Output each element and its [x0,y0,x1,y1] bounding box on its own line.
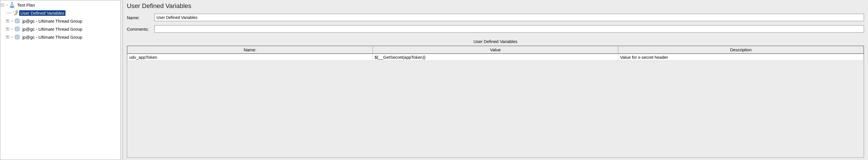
cell-description[interactable]: Value for x-secret header [618,54,864,61]
svg-line-31 [15,38,16,39]
flask-icon [9,2,15,8]
tools-icon [12,10,18,16]
variables-table-wrap: Name: Value Description udv_appToken ${_… [127,45,864,158]
gear-icon [14,34,20,40]
tree-connector: ⋯ [11,34,13,39]
tree-toggle[interactable]: + [6,28,9,31]
name-row: Name: [127,14,864,21]
table-header-row: Name: Value Description [127,46,864,54]
svg-line-9 [15,19,16,20]
col-value[interactable]: Value [373,46,618,54]
svg-line-20 [19,30,20,31]
table-empty-area[interactable] [127,61,864,135]
cell-name[interactable]: udv_appToken [127,54,373,61]
gear-icon [14,18,20,24]
panel-title: User Defined Variables [127,2,864,10]
svg-line-11 [15,22,16,23]
tree-connector: ⋯ [6,2,8,7]
tree-toggle[interactable]: + [6,36,9,39]
svg-line-19 [15,27,16,28]
tree-node-thread-2[interactable]: + ⋯ jp@gc - Ultimate Thread Group [1,25,120,33]
section-title: User Defined Variables [127,39,864,44]
tree-connector: ⋯ [11,26,13,32]
gear-icon [14,26,20,32]
svg-line-32 [19,35,20,36]
col-name[interactable]: Name: [127,46,373,54]
name-input[interactable] [154,14,864,21]
tree-label-root[interactable]: Test Plan [16,2,36,8]
svg-line-21 [15,30,16,31]
svg-line-22 [19,27,20,28]
content-panel: User Defined Variables Name: Comments: U… [123,0,868,160]
name-label: Name: [127,15,154,20]
svg-point-24 [17,36,18,38]
tree-panel: − ⋯ Test Plan ⋯⋯ User Defined Variables … [0,0,121,160]
comments-input[interactable] [154,25,864,33]
svg-point-14 [17,28,18,30]
tree-label-thread-3[interactable]: jp@gc - Ultimate Thread Group [21,34,83,40]
tree-toggle[interactable]: − [1,3,4,7]
comments-label: Comments: [127,27,154,32]
tree-label-thread-2[interactable]: jp@gc - Ultimate Thread Group [21,26,83,32]
cell-value[interactable]: ${__GetSecret(appToken)} [373,54,618,61]
svg-line-12 [19,19,20,20]
tree-label-udv[interactable]: User Defined Variables [19,10,65,16]
svg-point-4 [17,20,18,22]
tree-node-udv[interactable]: ⋯⋯ User Defined Variables [1,9,120,17]
svg-line-10 [19,22,20,23]
tree-label-thread-1[interactable]: jp@gc - Ultimate Thread Group [21,18,83,24]
svg-line-30 [19,38,20,39]
tree-node-thread-1[interactable]: + ⋯ jp@gc - Ultimate Thread Group [1,17,120,25]
col-description[interactable]: Description [618,46,864,54]
splitter[interactable] [121,0,123,160]
svg-line-29 [15,35,16,36]
variables-table[interactable]: Name: Value Description udv_appToken ${_… [127,46,864,61]
tree-connector: ⋯ [11,18,13,24]
table-row[interactable]: udv_appToken ${__GetSecret(appToken)} Va… [127,54,864,61]
tree-node-root[interactable]: − ⋯ Test Plan [1,1,120,9]
tree-toggle[interactable]: + [6,20,9,23]
tree-node-thread-3[interactable]: + ⋯ jp@gc - Ultimate Thread Group [1,33,120,41]
tree-connector: ⋯⋯ [7,10,11,15]
comments-row: Comments: [127,25,864,33]
svg-point-1 [16,10,18,12]
